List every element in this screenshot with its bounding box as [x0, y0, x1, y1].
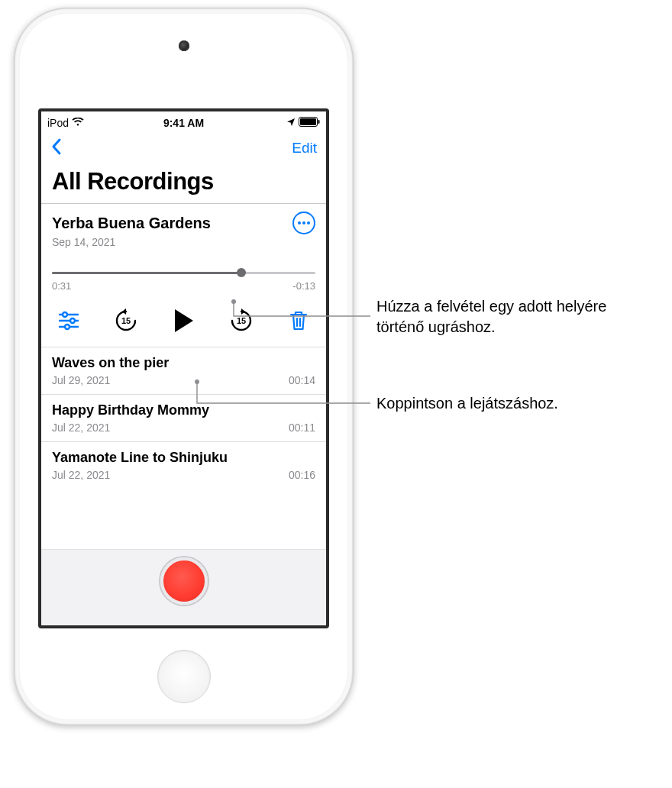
recordings-list[interactable]: Waves on the pier Jul 29, 2021 00:14 Hap…	[41, 347, 326, 549]
page-title: All Recordings	[41, 165, 326, 203]
item-duration: 00:16	[289, 469, 315, 481]
back-button[interactable]	[50, 137, 63, 159]
elapsed-time: 0:31	[52, 280, 71, 292]
selected-title: Yerba Buena Gardens	[52, 215, 211, 232]
item-date: Jul 29, 2021	[52, 374, 110, 386]
svg-point-3	[298, 221, 301, 224]
list-item[interactable]: Yamanote Line to Shinjuku Jul 22, 2021 0…	[41, 442, 326, 489]
svg-point-11	[65, 325, 69, 329]
skip-back-button[interactable]: 15	[111, 305, 141, 336]
svg-point-5	[307, 221, 310, 224]
camera-dot	[179, 40, 189, 51]
edit-button[interactable]: Edit	[292, 140, 317, 157]
svg-point-4	[302, 221, 305, 224]
svg-text:15: 15	[121, 316, 131, 325]
selected-date: Sep 14, 2021	[52, 236, 315, 248]
item-duration: 00:11	[289, 421, 315, 434]
item-title: Yamanote Line to Shinjuku	[52, 450, 315, 466]
svg-point-9	[70, 318, 75, 323]
device-inner: iPod 9:41 AM	[19, 13, 348, 720]
status-bar: iPod 9:41 AM	[41, 111, 326, 131]
selected-recording[interactable]: Yerba Buena Gardens Sep 14, 2021 0:31 -0…	[41, 204, 326, 347]
record-bar	[41, 549, 326, 625]
svg-text:15: 15	[237, 316, 246, 325]
callout-scrub: Húzza a felvétel egy adott helyére törté…	[376, 296, 651, 337]
scrubber-knob[interactable]	[237, 268, 246, 277]
screen: iPod 9:41 AM	[38, 108, 329, 628]
more-button[interactable]	[292, 212, 315, 234]
device-frame: iPod 9:41 AM	[14, 8, 354, 725]
options-button[interactable]	[53, 305, 84, 336]
delete-button[interactable]	[283, 305, 314, 336]
playback-controls: 15 15	[52, 292, 315, 341]
skip-forward-button[interactable]: 15	[226, 305, 257, 336]
item-date: Jul 22, 2021	[52, 421, 110, 434]
record-button[interactable]	[160, 557, 208, 605]
item-title: Waves on the pier	[52, 355, 315, 371]
list-item[interactable]: Waves on the pier Jul 29, 2021 00:14	[41, 347, 326, 395]
callout-play: Koppintson a lejátszáshoz.	[376, 393, 659, 414]
status-time: 9:41 AM	[41, 117, 326, 129]
home-button[interactable]	[157, 650, 211, 703]
nav-bar: Edit	[41, 131, 326, 165]
list-item[interactable]: Happy Birthday Mommy Jul 22, 2021 00:11	[41, 395, 326, 442]
svg-point-7	[63, 312, 67, 317]
play-button[interactable]	[169, 305, 199, 336]
item-duration: 00:14	[289, 374, 315, 386]
item-date: Jul 22, 2021	[52, 469, 110, 481]
scrubber[interactable]	[52, 268, 315, 279]
scrubber-fill	[52, 272, 241, 274]
remaining-time: -0:13	[292, 280, 315, 292]
item-title: Happy Birthday Mommy	[52, 402, 315, 418]
